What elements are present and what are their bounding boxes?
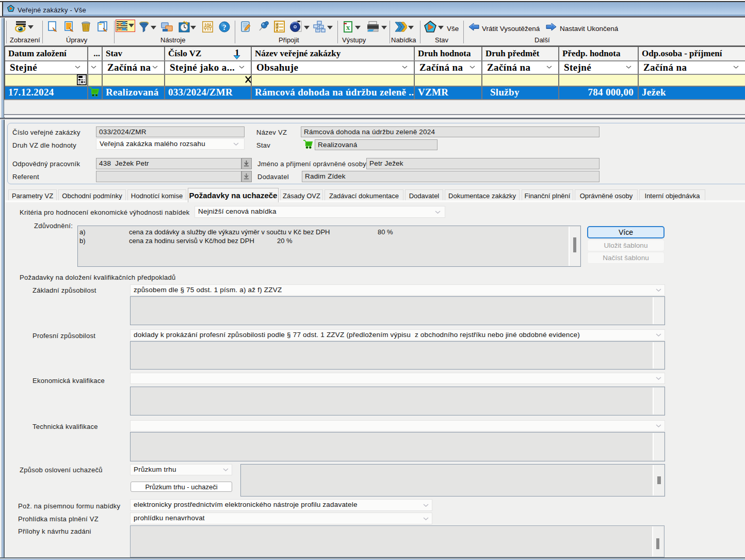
svg-text:x: x — [346, 23, 350, 31]
svg-text:?: ? — [222, 23, 226, 31]
